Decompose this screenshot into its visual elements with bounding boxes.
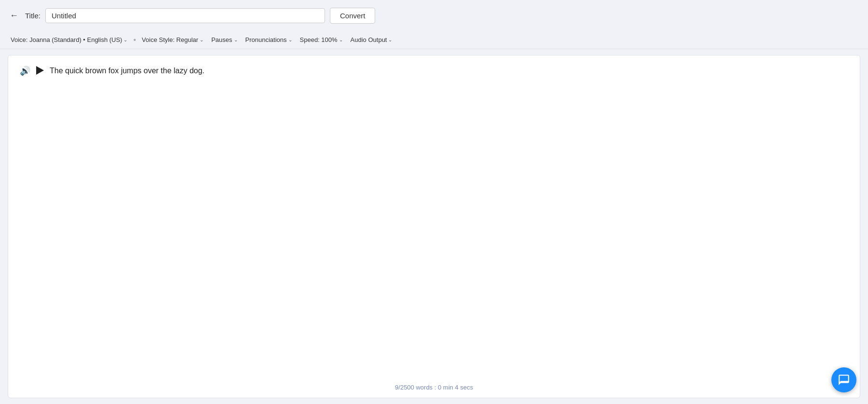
toolbar: Voice: Joanna (Standard) • English (US) … [0, 31, 868, 49]
voice-chevron-icon: ⌄ [123, 37, 127, 42]
separator-1: • [133, 36, 136, 44]
title-label: Title: [25, 12, 41, 20]
speed-label: Speed: 100% [300, 36, 338, 43]
word-count: 9/2500 words : 0 min 4 secs [395, 384, 473, 391]
voice-selector[interactable]: Voice: Joanna (Standard) • English (US) … [8, 34, 130, 45]
pronunciations-label: Pronunciations [245, 36, 287, 43]
pronunciations-chevron-icon: ⌄ [288, 37, 292, 42]
sound-icon: 🔊 [20, 66, 30, 76]
title-input[interactable] [45, 8, 325, 23]
chat-button[interactable] [831, 367, 856, 392]
play-button[interactable] [35, 66, 45, 75]
play-triangle-icon [36, 66, 44, 75]
pronunciations-selector[interactable]: Pronunciations ⌄ [243, 34, 295, 45]
audio-output-chevron-icon: ⌄ [388, 37, 392, 42]
pauses-chevron-icon: ⌄ [234, 37, 238, 42]
speed-selector[interactable]: Speed: 100% ⌄ [297, 34, 346, 45]
top-bar: ← Title: Convert [0, 0, 868, 31]
convert-button[interactable]: Convert [330, 8, 376, 24]
editor-content: 🔊 The quick brown fox jumps over the laz… [8, 55, 860, 86]
editor-area: 🔊 The quick brown fox jumps over the laz… [8, 55, 860, 398]
back-button[interactable]: ← [8, 9, 20, 23]
pauses-label: Pauses [211, 36, 232, 43]
voice-style-label: Voice Style: Regular [142, 36, 198, 43]
chat-icon [838, 374, 850, 386]
audio-output-selector[interactable]: Audio Output ⌄ [348, 34, 395, 45]
audio-output-label: Audio Output [351, 36, 387, 43]
pauses-selector[interactable]: Pauses ⌄ [208, 34, 240, 45]
speed-chevron-icon: ⌄ [339, 37, 343, 42]
editor-text: The quick brown fox jumps over the lazy … [50, 65, 204, 77]
voice-style-selector[interactable]: Voice Style: Regular ⌄ [139, 34, 206, 45]
voice-style-chevron-icon: ⌄ [200, 37, 203, 42]
voice-label: Voice: Joanna (Standard) • English (US) [11, 36, 122, 43]
